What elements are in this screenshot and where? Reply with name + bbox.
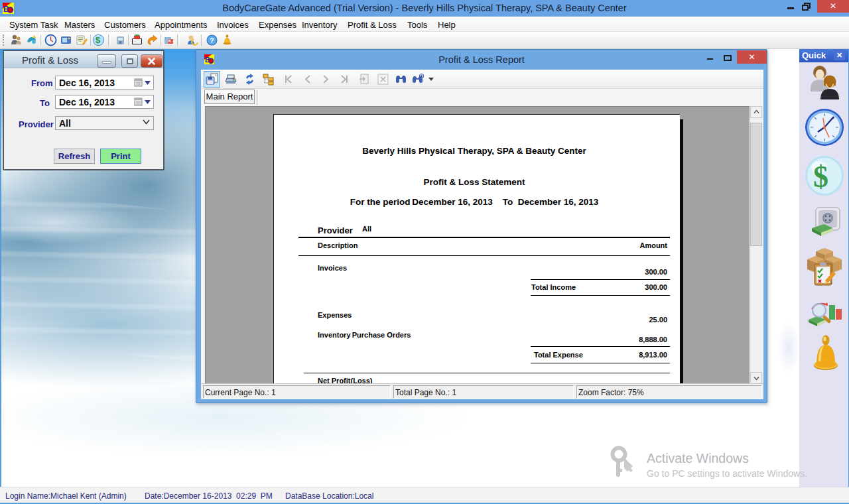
svg-text:$: $ [813, 160, 828, 194]
svg-text:?: ? [210, 36, 214, 44]
svg-text:$: $ [96, 35, 101, 45]
